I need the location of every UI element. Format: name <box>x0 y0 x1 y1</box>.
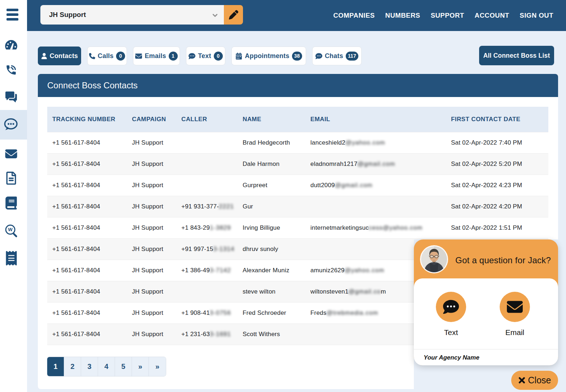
svg-text:W: W <box>8 227 13 232</box>
